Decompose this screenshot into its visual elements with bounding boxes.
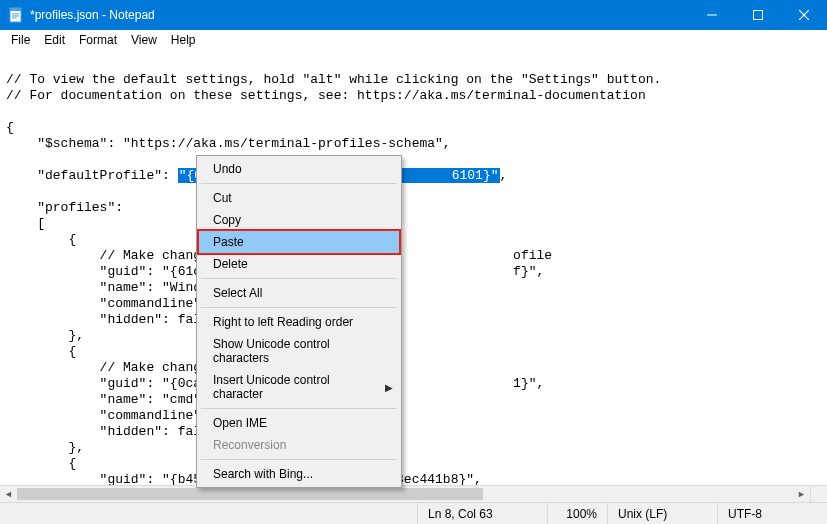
scroll-left-icon[interactable]: ◄ — [0, 486, 17, 502]
paste-highlight-frame: Paste — [197, 229, 401, 255]
separator — [201, 183, 397, 184]
separator — [201, 408, 397, 409]
notepad-icon — [8, 7, 24, 23]
scroll-track[interactable] — [17, 486, 793, 502]
context-cut[interactable]: Cut — [199, 187, 399, 209]
close-button[interactable] — [781, 0, 827, 30]
scroll-corner — [810, 485, 827, 502]
context-select-all[interactable]: Select All — [199, 282, 399, 304]
status-eol: Unix (LF) — [607, 503, 717, 524]
context-search-bing[interactable]: Search with Bing... — [199, 463, 399, 485]
menu-help[interactable]: Help — [164, 31, 203, 49]
context-undo[interactable]: Undo — [199, 158, 399, 180]
context-insert-unicode-label: Insert Unicode control character — [213, 373, 330, 401]
context-menu: Undo Cut Copy Paste Delete Select All Ri… — [196, 155, 402, 488]
status-encoding: UTF-8 — [717, 503, 827, 524]
status-empty — [0, 503, 417, 524]
status-position: Ln 8, Col 63 — [417, 503, 547, 524]
svg-rect-1 — [10, 8, 21, 11]
context-insert-unicode[interactable]: Insert Unicode control character ▶ — [199, 369, 399, 405]
menubar: File Edit Format View Help — [0, 30, 827, 50]
menu-file[interactable]: File — [4, 31, 37, 49]
editor-area: // To view the default settings, hold "a… — [0, 50, 827, 502]
horizontal-scrollbar[interactable]: ◄ ► — [0, 485, 810, 502]
context-copy[interactable]: Copy — [199, 209, 399, 231]
context-rtl[interactable]: Right to left Reading order — [199, 311, 399, 333]
statusbar: Ln 8, Col 63 100% Unix (LF) UTF-8 — [0, 502, 827, 524]
titlebar: *profiles.json - Notepad — [0, 0, 827, 30]
separator — [201, 278, 397, 279]
scroll-right-icon[interactable]: ► — [793, 486, 810, 502]
context-show-unicode[interactable]: Show Unicode control characters — [199, 333, 399, 369]
window-title: *profiles.json - Notepad — [30, 8, 155, 22]
menu-view[interactable]: View — [124, 31, 164, 49]
separator — [201, 459, 397, 460]
menu-edit[interactable]: Edit — [37, 31, 72, 49]
context-paste[interactable]: Paste — [199, 231, 399, 253]
separator — [201, 307, 397, 308]
svg-rect-6 — [754, 11, 763, 20]
minimize-button[interactable] — [689, 0, 735, 30]
status-zoom: 100% — [547, 503, 607, 524]
submenu-arrow-icon: ▶ — [385, 382, 393, 393]
scroll-thumb[interactable] — [17, 488, 483, 500]
maximize-button[interactable] — [735, 0, 781, 30]
context-reconversion: Reconversion — [199, 434, 399, 456]
context-open-ime[interactable]: Open IME — [199, 412, 399, 434]
context-delete[interactable]: Delete — [199, 253, 399, 275]
menu-format[interactable]: Format — [72, 31, 124, 49]
text-editor[interactable]: // To view the default settings, hold "a… — [0, 50, 827, 485]
